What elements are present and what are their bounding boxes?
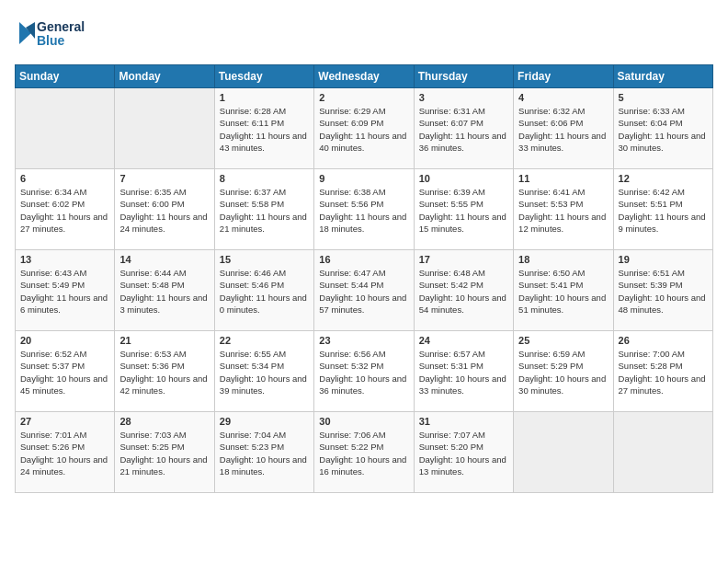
day-info: Sunrise: 6:42 AM Sunset: 5:51 PM Dayligh… <box>619 186 708 235</box>
weekday-header-monday: Monday <box>115 65 214 88</box>
day-info: Sunrise: 6:46 AM Sunset: 5:46 PM Dayligh… <box>220 267 309 316</box>
calendar-cell: 30Sunrise: 7:06 AM Sunset: 5:22 PM Dayli… <box>314 412 414 493</box>
day-number: 20 <box>20 335 109 346</box>
weekday-header-saturday: Saturday <box>613 65 712 88</box>
day-info: Sunrise: 6:53 AM Sunset: 5:36 PM Dayligh… <box>119 348 209 396</box>
day-info: Sunrise: 6:44 AM Sunset: 5:48 PM Dayligh… <box>119 267 209 316</box>
day-info: Sunrise: 6:32 AM Sunset: 6:06 PM Dayligh… <box>518 105 608 154</box>
calendar-week-4: 20Sunrise: 6:52 AM Sunset: 5:37 PM Dayli… <box>16 331 713 412</box>
calendar-cell: 20Sunrise: 6:52 AM Sunset: 5:37 PM Dayli… <box>16 331 115 412</box>
calendar-cell: 28Sunrise: 7:03 AM Sunset: 5:25 PM Dayli… <box>115 412 214 493</box>
day-info: Sunrise: 6:37 AM Sunset: 5:58 PM Dayligh… <box>220 186 309 235</box>
calendar-week-1: 1Sunrise: 6:28 AM Sunset: 6:11 PM Daylig… <box>16 88 713 169</box>
day-number: 12 <box>619 173 708 184</box>
calendar-cell: 7Sunrise: 6:35 AM Sunset: 6:00 PM Daylig… <box>115 169 214 250</box>
calendar-week-5: 27Sunrise: 7:01 AM Sunset: 5:26 PM Dayli… <box>16 412 713 493</box>
day-number: 8 <box>220 173 309 184</box>
day-number: 31 <box>419 416 508 427</box>
weekday-header-tuesday: Tuesday <box>214 65 313 88</box>
calendar-cell: 4Sunrise: 6:32 AM Sunset: 6:06 PM Daylig… <box>514 88 613 169</box>
logo-svg: General Blue <box>15 15 97 53</box>
calendar-cell: 27Sunrise: 7:01 AM Sunset: 5:26 PM Dayli… <box>16 412 115 493</box>
page-header: General Blue <box>15 15 713 53</box>
day-number: 22 <box>220 335 309 346</box>
calendar-cell: 23Sunrise: 6:56 AM Sunset: 5:32 PM Dayli… <box>314 331 414 412</box>
calendar-cell: 16Sunrise: 6:47 AM Sunset: 5:44 PM Dayli… <box>314 250 414 331</box>
calendar-cell: 12Sunrise: 6:42 AM Sunset: 5:51 PM Dayli… <box>613 169 712 250</box>
calendar-cell: 25Sunrise: 6:59 AM Sunset: 5:29 PM Dayli… <box>514 331 613 412</box>
day-info: Sunrise: 6:28 AM Sunset: 6:11 PM Dayligh… <box>220 105 309 154</box>
svg-text:General: General <box>37 19 85 34</box>
calendar-cell: 13Sunrise: 6:43 AM Sunset: 5:49 PM Dayli… <box>16 250 115 331</box>
day-number: 11 <box>518 173 608 184</box>
day-number: 5 <box>619 92 708 103</box>
day-info: Sunrise: 6:31 AM Sunset: 6:07 PM Dayligh… <box>419 105 508 154</box>
calendar-cell <box>115 88 214 169</box>
day-number: 21 <box>119 335 209 346</box>
calendar-cell: 21Sunrise: 6:53 AM Sunset: 5:36 PM Dayli… <box>115 331 214 412</box>
day-info: Sunrise: 6:47 AM Sunset: 5:44 PM Dayligh… <box>319 267 408 316</box>
day-number: 4 <box>518 92 608 103</box>
day-number: 27 <box>20 416 109 427</box>
weekday-header-row: SundayMondayTuesdayWednesdayThursdayFrid… <box>16 65 713 88</box>
day-info: Sunrise: 7:03 AM Sunset: 5:25 PM Dayligh… <box>119 429 209 477</box>
calendar-table: SundayMondayTuesdayWednesdayThursdayFrid… <box>15 64 713 493</box>
calendar-week-2: 6Sunrise: 6:34 AM Sunset: 6:02 PM Daylig… <box>16 169 713 250</box>
day-number: 17 <box>419 254 508 265</box>
day-info: Sunrise: 6:51 AM Sunset: 5:39 PM Dayligh… <box>619 267 708 316</box>
day-info: Sunrise: 7:06 AM Sunset: 5:22 PM Dayligh… <box>319 429 408 477</box>
day-info: Sunrise: 6:34 AM Sunset: 6:02 PM Dayligh… <box>20 186 109 235</box>
day-number: 25 <box>518 335 608 346</box>
day-info: Sunrise: 7:07 AM Sunset: 5:20 PM Dayligh… <box>419 429 508 477</box>
day-info: Sunrise: 6:50 AM Sunset: 5:41 PM Dayligh… <box>518 267 608 316</box>
day-info: Sunrise: 6:59 AM Sunset: 5:29 PM Dayligh… <box>518 348 608 396</box>
day-number: 13 <box>20 254 109 265</box>
day-number: 26 <box>619 335 708 346</box>
calendar-cell <box>514 412 613 493</box>
day-number: 18 <box>518 254 608 265</box>
day-number: 23 <box>319 335 408 346</box>
day-info: Sunrise: 6:55 AM Sunset: 5:34 PM Dayligh… <box>220 348 309 396</box>
day-number: 2 <box>319 92 408 103</box>
calendar-cell <box>16 88 115 169</box>
day-number: 28 <box>119 416 209 427</box>
day-number: 15 <box>220 254 309 265</box>
calendar-cell: 8Sunrise: 6:37 AM Sunset: 5:58 PM Daylig… <box>214 169 313 250</box>
logo: General Blue <box>15 15 97 53</box>
day-info: Sunrise: 7:04 AM Sunset: 5:23 PM Dayligh… <box>220 429 309 477</box>
calendar-cell: 22Sunrise: 6:55 AM Sunset: 5:34 PM Dayli… <box>214 331 313 412</box>
calendar-cell: 19Sunrise: 6:51 AM Sunset: 5:39 PM Dayli… <box>613 250 712 331</box>
day-info: Sunrise: 6:33 AM Sunset: 6:04 PM Dayligh… <box>619 105 708 154</box>
weekday-header-wednesday: Wednesday <box>314 65 414 88</box>
calendar-cell: 29Sunrise: 7:04 AM Sunset: 5:23 PM Dayli… <box>214 412 313 493</box>
day-number: 9 <box>319 173 408 184</box>
day-number: 3 <box>419 92 508 103</box>
calendar-cell: 18Sunrise: 6:50 AM Sunset: 5:41 PM Dayli… <box>514 250 613 331</box>
calendar-cell: 5Sunrise: 6:33 AM Sunset: 6:04 PM Daylig… <box>613 88 712 169</box>
calendar-cell: 17Sunrise: 6:48 AM Sunset: 5:42 PM Dayli… <box>414 250 513 331</box>
calendar-cell: 9Sunrise: 6:38 AM Sunset: 5:56 PM Daylig… <box>314 169 414 250</box>
day-number: 10 <box>419 173 508 184</box>
calendar-cell: 15Sunrise: 6:46 AM Sunset: 5:46 PM Dayli… <box>214 250 313 331</box>
calendar-cell: 31Sunrise: 7:07 AM Sunset: 5:20 PM Dayli… <box>414 412 513 493</box>
day-number: 29 <box>220 416 309 427</box>
calendar-cell: 26Sunrise: 7:00 AM Sunset: 5:28 PM Dayli… <box>613 331 712 412</box>
day-info: Sunrise: 6:41 AM Sunset: 5:53 PM Dayligh… <box>518 186 608 235</box>
day-number: 6 <box>20 173 109 184</box>
day-info: Sunrise: 6:56 AM Sunset: 5:32 PM Dayligh… <box>319 348 408 396</box>
day-info: Sunrise: 6:35 AM Sunset: 6:00 PM Dayligh… <box>119 186 209 235</box>
calendar-cell: 11Sunrise: 6:41 AM Sunset: 5:53 PM Dayli… <box>514 169 613 250</box>
day-number: 7 <box>119 173 209 184</box>
day-info: Sunrise: 6:52 AM Sunset: 5:37 PM Dayligh… <box>20 348 109 396</box>
day-info: Sunrise: 6:38 AM Sunset: 5:56 PM Dayligh… <box>319 186 408 235</box>
calendar-week-3: 13Sunrise: 6:43 AM Sunset: 5:49 PM Dayli… <box>16 250 713 331</box>
day-number: 30 <box>319 416 408 427</box>
calendar-cell <box>613 412 712 493</box>
calendar-cell: 24Sunrise: 6:57 AM Sunset: 5:31 PM Dayli… <box>414 331 513 412</box>
calendar-cell: 6Sunrise: 6:34 AM Sunset: 6:02 PM Daylig… <box>16 169 115 250</box>
calendar-cell: 1Sunrise: 6:28 AM Sunset: 6:11 PM Daylig… <box>214 88 313 169</box>
calendar-cell: 3Sunrise: 6:31 AM Sunset: 6:07 PM Daylig… <box>414 88 513 169</box>
day-info: Sunrise: 6:39 AM Sunset: 5:55 PM Dayligh… <box>419 186 508 235</box>
calendar-cell: 10Sunrise: 6:39 AM Sunset: 5:55 PM Dayli… <box>414 169 513 250</box>
weekday-header-friday: Friday <box>514 65 613 88</box>
